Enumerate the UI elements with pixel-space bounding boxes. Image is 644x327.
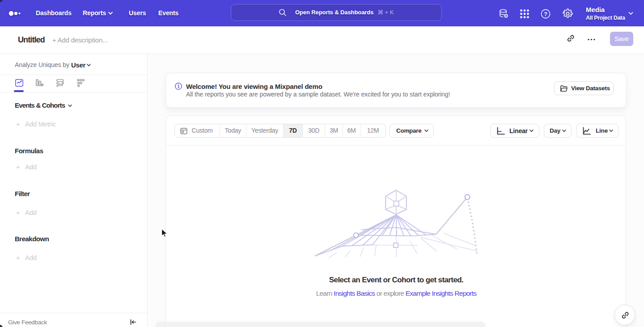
svg-text:?: ?	[544, 11, 547, 17]
